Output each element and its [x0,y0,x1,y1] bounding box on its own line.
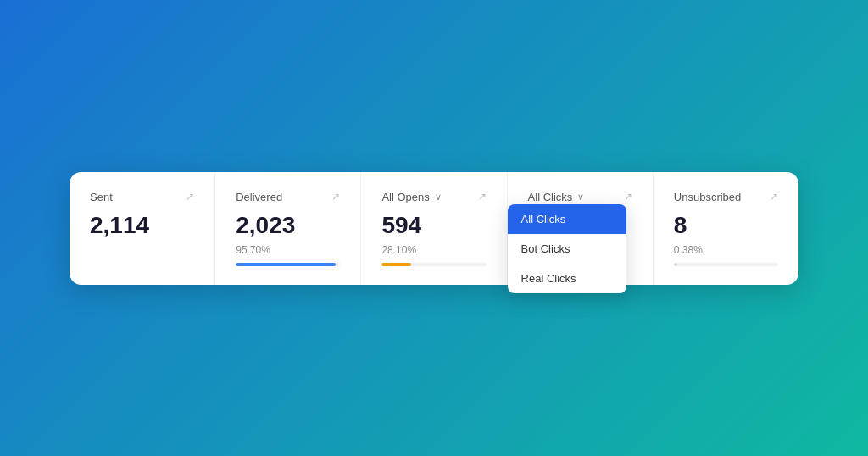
stats-card-container: Sent ↗ 2,114 Delivered ↗ 2,023 95.70% Al… [70,172,798,285]
sent-card: Sent ↗ 2,114 [70,172,215,285]
all-clicks-card-header: All Clicks ∨ ↗ [528,191,632,203]
all-opens-progress-fill [381,263,411,266]
all-clicks-external-link-icon[interactable]: ↗ [624,191,632,203]
all-opens-title-row: All Opens ∨ [381,191,441,203]
unsubscribed-title-row: Unsubscribed [674,191,742,203]
dropdown-option-bot-clicks[interactable]: Bot Clicks [508,234,626,264]
unsubscribed-card: Unsubscribed ↗ 8 0.38% [654,172,798,285]
all-opens-value: 594 [381,212,486,239]
dropdown-option-all-clicks[interactable]: All Clicks [508,204,626,234]
all-clicks-title-row: All Clicks ∨ [528,191,585,203]
delivered-card-header: Delivered ↗ [236,191,340,203]
delivered-card: Delivered ↗ 2,023 95.70% [215,172,361,285]
all-opens-card-header: All Opens ∨ ↗ [381,191,486,203]
all-clicks-title: All Clicks [528,191,573,203]
unsubscribed-title: Unsubscribed [674,191,742,203]
delivered-title-row: Delivered [236,191,282,203]
delivered-progress-fill [236,263,336,266]
unsubscribed-percent: 0.38% [674,244,778,256]
dropdown-option-real-clicks[interactable]: Real Clicks [508,264,626,293]
unsubscribed-progress-bg [674,263,778,266]
all-opens-card: All Opens ∨ ↗ 594 28.10% [361,172,507,285]
all-opens-percent: 28.10% [381,244,486,256]
unsubscribed-card-header: Unsubscribed ↗ [674,191,778,203]
all-opens-title: All Opens [381,191,429,203]
all-clicks-card: All Clicks ∨ ↗ All Clicks Bot Clicks Rea… [508,172,654,285]
all-opens-progress-bg [381,263,486,266]
unsubscribed-progress-fill [674,263,677,266]
all-opens-dropdown-btn[interactable]: All Opens ∨ [381,191,441,203]
unsubscribed-value: 8 [674,212,778,239]
all-opens-chevron-icon: ∨ [435,192,442,203]
all-clicks-dropdown-menu: All Clicks Bot Clicks Real Clicks [508,204,626,293]
sent-value: 2,114 [90,212,194,239]
unsubscribed-external-link-icon[interactable]: ↗ [770,191,778,203]
all-clicks-dropdown-btn[interactable]: All Clicks ∨ [528,191,585,203]
delivered-value: 2,023 [236,212,340,239]
sent-title-row: Sent [90,191,113,203]
delivered-external-link-icon[interactable]: ↗ [331,191,340,203]
all-opens-external-link-icon[interactable]: ↗ [478,191,487,203]
delivered-progress-bg [236,263,340,266]
delivered-percent: 95.70% [236,244,340,256]
sent-title: Sent [90,191,113,203]
delivered-title: Delivered [236,191,282,203]
all-clicks-chevron-icon: ∨ [577,192,584,203]
sent-card-header: Sent ↗ [90,191,194,203]
sent-external-link-icon[interactable]: ↗ [186,191,194,203]
